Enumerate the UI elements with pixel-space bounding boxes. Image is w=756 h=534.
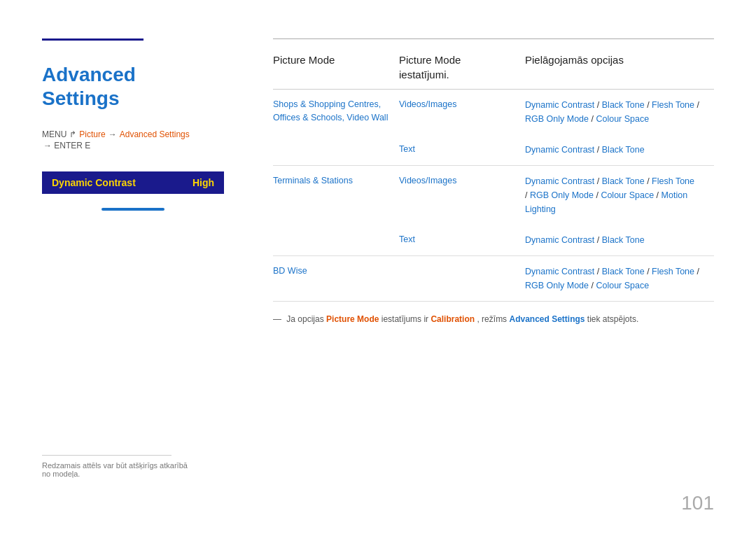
menu-arrow-1: ↱	[69, 129, 76, 139]
menu-item-value: High	[192, 177, 214, 188]
setting-link-2b: Text	[399, 234, 415, 244]
table-row: Text Dynamic Contrast / Black Tone	[273, 225, 714, 255]
bottom-rule	[42, 455, 172, 456]
setting-link-2a: Videos/Images	[399, 176, 456, 185]
menu-link-picture: Picture	[79, 129, 105, 139]
table-section-1: Shops & Shopping Centres, Offices & Scho…	[273, 90, 714, 166]
note-word2: Calibration	[430, 314, 475, 324]
opt-colour-space-2: Colour Space	[601, 190, 654, 200]
note-dash: —	[273, 314, 281, 324]
table-section-3: BD Wise Dynamic Contrast / Black Tone / …	[273, 256, 714, 302]
cell-mode-2b	[273, 233, 399, 247]
cell-setting-1a: Videos/Images	[399, 98, 525, 126]
cell-options-1b: Dynamic Contrast / Black Tone	[525, 143, 714, 157]
slash: /	[654, 190, 661, 200]
slash: /	[594, 267, 601, 276]
table-section-2: Terminals & Stations Videos/Images Dynam…	[273, 166, 714, 256]
opt-flesh-tone-3: Flesh Tone	[652, 267, 694, 276]
top-rule-left	[42, 38, 144, 41]
table-row: Text Dynamic Contrast / Black Tone	[273, 134, 714, 165]
note-prefix: Ja opcijas	[286, 314, 326, 324]
slash: /	[694, 100, 699, 110]
setting-link-1a: Videos/Images	[399, 99, 456, 109]
cell-setting-3	[399, 265, 525, 293]
slash: /	[594, 190, 601, 200]
slash: /	[525, 190, 530, 200]
slash: /	[645, 176, 652, 186]
setting-link-1b: Text	[399, 144, 415, 154]
page-container: Advanced Settings MENU ↱ Picture → Advan…	[0, 0, 756, 534]
opt-dynamic-contrast-2b: Dynamic Contrast	[525, 235, 594, 245]
cell-mode-1: Shops & Shopping Centres, Offices & Scho…	[273, 98, 399, 126]
slash: /	[594, 176, 601, 186]
menu-arrow-2: →	[108, 129, 117, 139]
table-area: Picture Mode Picture Modeiestatījumi. Pi…	[273, 52, 714, 324]
cell-mode-3: BD Wise	[273, 265, 399, 293]
note-line: — Ja opcijas Picture Mode iestatījums ir…	[273, 314, 714, 324]
cell-setting-2a: Videos/Images	[399, 174, 525, 216]
cell-options-1a: Dynamic Contrast / Black Tone / Flesh To…	[525, 98, 714, 126]
table-body: Shops & Shopping Centres, Offices & Scho…	[273, 90, 714, 302]
menu-item-box[interactable]: Dynamic Contrast High	[42, 171, 224, 194]
cell-options-2a: Dynamic Contrast / Black Tone / Flesh To…	[525, 174, 714, 216]
slash: /	[694, 267, 699, 276]
menu-link-advanced: Advanced Settings	[120, 129, 190, 139]
opt-black-tone-1: Black Tone	[602, 100, 645, 110]
top-line	[273, 38, 714, 39]
slash: /	[645, 100, 652, 110]
opt-colour-space-1: Colour Space	[596, 114, 649, 124]
col-header-3: Pielāgojamās opcijas	[525, 52, 714, 82]
cell-options-3: Dynamic Contrast / Black Tone / Flesh To…	[525, 265, 714, 293]
bottom-note: Redzamais attēls var būt atšķirīgs atkar…	[42, 461, 196, 478]
left-panel: Advanced Settings MENU ↱ Picture → Advan…	[0, 0, 238, 534]
slash: /	[589, 114, 596, 124]
mode-link-2: Terminals & Stations	[273, 176, 353, 185]
page-number: 101	[681, 492, 714, 514]
slider-area	[42, 208, 224, 211]
opt-rgb-3: RGB Only Mode	[525, 281, 589, 290]
col-header-2: Picture Modeiestatījumi.	[399, 52, 525, 82]
opt-dynamic-contrast-3: Dynamic Contrast	[525, 267, 594, 276]
menu-path: MENU ↱ Picture → Advanced Settings → ENT…	[42, 129, 210, 150]
table-header: Picture Mode Picture Modeiestatījumi. Pi…	[273, 52, 714, 90]
note-end: tiek atspējots.	[587, 314, 638, 324]
slash: /	[594, 100, 601, 110]
opt-flesh-tone-1: Flesh Tone	[652, 100, 694, 110]
table-row: Terminals & Stations Videos/Images Dynam…	[273, 166, 714, 225]
cell-setting-2b: Text	[399, 233, 525, 247]
mode-link-3: BD Wise	[273, 266, 307, 276]
slash: /	[589, 281, 596, 290]
opt-rgb-2: RGB Only Mode	[530, 190, 594, 200]
opt-black-tone-2b: Black Tone	[602, 235, 645, 245]
col-header-1: Picture Mode	[273, 52, 399, 82]
bottom-note-section: Redzamais attēls var būt atšķirīgs atkar…	[42, 455, 196, 478]
slash: /	[645, 267, 652, 276]
mode-link-1: Shops & Shopping Centres, Offices & Scho…	[273, 99, 388, 122]
opt-dynamic-contrast-2: Dynamic Contrast	[525, 176, 594, 186]
opt-black-tone-3: Black Tone	[602, 267, 645, 276]
note-word3: Advanced Settings	[509, 314, 584, 324]
note-middle: iestatījums ir	[382, 314, 431, 324]
cell-mode-1b	[273, 143, 399, 157]
opt-dynamic-contrast-1b: Dynamic Contrast	[525, 145, 594, 155]
opt-flesh-tone-2: Flesh Tone	[652, 176, 694, 186]
page-title: Advanced Settings	[42, 63, 210, 110]
opt-black-tone-2: Black Tone	[602, 176, 645, 186]
table-row: Shops & Shopping Centres, Offices & Scho…	[273, 90, 714, 134]
cell-options-2b: Dynamic Contrast / Black Tone	[525, 233, 714, 247]
opt-colour-space-3: Colour Space	[596, 281, 649, 290]
slider-bar[interactable]	[102, 208, 164, 211]
note-word1: Picture Mode	[326, 314, 379, 324]
slash: /	[594, 235, 601, 245]
cell-mode-2: Terminals & Stations	[273, 174, 399, 216]
menu-label: MENU	[42, 129, 66, 139]
cell-setting-1b: Text	[399, 143, 525, 157]
menu-item-label: Dynamic Contrast	[52, 177, 136, 188]
right-panel: Picture Mode Picture Modeiestatījumi. Pi…	[238, 0, 756, 534]
slash: /	[594, 145, 601, 155]
opt-black-tone-1b: Black Tone	[602, 145, 645, 155]
opt-dynamic-contrast-1: Dynamic Contrast	[525, 100, 594, 110]
menu-arrow-3: → ENTER E	[43, 141, 90, 150]
opt-rgb-1: RGB Only Mode	[525, 114, 589, 124]
table-row: BD Wise Dynamic Contrast / Black Tone / …	[273, 256, 714, 301]
